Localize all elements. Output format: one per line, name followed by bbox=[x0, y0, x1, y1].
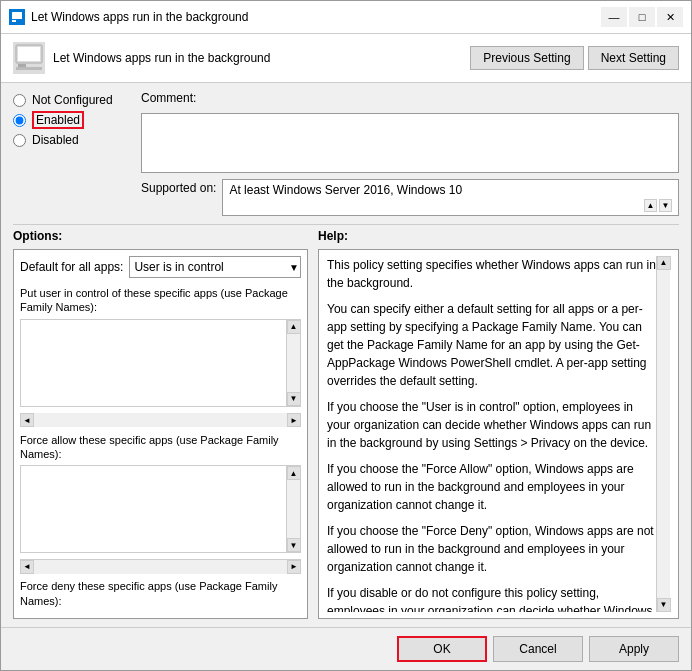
title-controls: — □ ✕ bbox=[601, 7, 683, 27]
scroll-up-arrow[interactable]: ▲ bbox=[287, 320, 301, 334]
maximize-button[interactable]: □ bbox=[629, 7, 655, 27]
force-allow-hscroll-left[interactable]: ◄ bbox=[20, 560, 34, 574]
apply-button[interactable]: Apply bbox=[589, 636, 679, 662]
header-section: Let Windows apps run in the background P… bbox=[1, 34, 691, 83]
close-button[interactable]: ✕ bbox=[657, 7, 683, 27]
radio-group: Not Configured Enabled Disabled bbox=[13, 91, 133, 216]
default-row: Default for all apps: User is in control… bbox=[20, 256, 301, 278]
title-text: Let Windows apps run in the background bbox=[31, 10, 248, 24]
next-setting-button[interactable]: Next Setting bbox=[588, 46, 679, 70]
enabled-label: Enabled bbox=[32, 111, 84, 129]
hscroll-row: ◄ ► bbox=[20, 413, 301, 427]
not-configured-option[interactable]: Not Configured bbox=[13, 93, 133, 107]
not-configured-radio[interactable] bbox=[13, 94, 26, 107]
options-content: Default for all apps: User is in control… bbox=[13, 249, 308, 619]
scroll-down[interactable]: ▼ bbox=[659, 199, 672, 212]
help-para-5: If you choose the "Force Deny" option, W… bbox=[327, 522, 656, 576]
force-allow-scroll-down[interactable]: ▼ bbox=[287, 538, 301, 552]
supported-text: At least Windows Server 2016, Windows 10 bbox=[229, 183, 462, 197]
force-allow-textarea[interactable] bbox=[21, 466, 286, 552]
disabled-option[interactable]: Disabled bbox=[13, 133, 133, 147]
put-user-textarea-wrapper: ▲ ▼ bbox=[20, 319, 301, 407]
force-allow-hscroll-right[interactable]: ► bbox=[287, 560, 301, 574]
help-para-2: You can specify either a default setting… bbox=[327, 300, 656, 390]
svg-rect-4 bbox=[18, 47, 40, 61]
help-text: This policy setting specifies whether Wi… bbox=[327, 256, 656, 612]
bottom-bar: OK Cancel Apply bbox=[1, 627, 691, 670]
header-left: Let Windows apps run in the background bbox=[13, 42, 470, 74]
disabled-label: Disabled bbox=[32, 133, 79, 147]
help-title: Help: bbox=[318, 229, 679, 243]
svg-rect-6 bbox=[16, 67, 42, 70]
scroll-down-arrow[interactable]: ▼ bbox=[287, 392, 301, 406]
disabled-radio[interactable] bbox=[13, 134, 26, 147]
put-user-scrollbar: ▲ ▼ bbox=[286, 320, 300, 406]
help-para-4: If you choose the "Force Allow" option, … bbox=[327, 460, 656, 514]
supported-row: Supported on: At least Windows Server 20… bbox=[141, 179, 679, 216]
force-deny-label: Force deny these specific apps (use Pack… bbox=[20, 579, 301, 608]
force-allow-hscroll-track bbox=[34, 560, 287, 574]
enabled-option[interactable]: Enabled bbox=[13, 111, 133, 129]
put-user-label: Put user in control of these specific ap… bbox=[20, 286, 301, 315]
default-select-wrapper: User is in control Force Allow Force Den… bbox=[129, 256, 301, 278]
svg-rect-5 bbox=[18, 64, 26, 67]
main-dialog: Let Windows apps run in the background —… bbox=[0, 0, 692, 671]
not-configured-label: Not Configured bbox=[32, 93, 113, 107]
upper-section: Not Configured Enabled Disabled Comment:… bbox=[1, 83, 691, 224]
options-title: Options: bbox=[13, 229, 308, 243]
svg-rect-1 bbox=[12, 12, 22, 19]
header-buttons: Previous Setting Next Setting bbox=[470, 46, 679, 70]
hscroll-left[interactable]: ◄ bbox=[20, 413, 34, 427]
force-allow-label: Force allow these specific apps (use Pac… bbox=[20, 433, 301, 462]
title-bar: Let Windows apps run in the background —… bbox=[1, 1, 691, 34]
svg-rect-2 bbox=[12, 20, 16, 22]
default-label: Default for all apps: bbox=[20, 260, 123, 274]
supported-value: At least Windows Server 2016, Windows 10… bbox=[222, 179, 679, 216]
header-icon bbox=[13, 42, 45, 74]
options-inner-scroll: Put user in control of these specific ap… bbox=[20, 286, 301, 612]
comment-textarea[interactable] bbox=[141, 113, 679, 173]
supported-label: Supported on: bbox=[141, 179, 216, 195]
title-bar-left: Let Windows apps run in the background bbox=[9, 9, 248, 25]
minimize-button[interactable]: — bbox=[601, 7, 627, 27]
scroll-up[interactable]: ▲ bbox=[644, 199, 657, 212]
put-user-textarea[interactable] bbox=[21, 320, 286, 406]
main-panel: Options: Default for all apps: User is i… bbox=[1, 225, 691, 627]
header-title: Let Windows apps run in the background bbox=[53, 51, 270, 65]
previous-setting-button[interactable]: Previous Setting bbox=[470, 46, 583, 70]
enabled-radio[interactable] bbox=[13, 114, 26, 127]
comment-label: Comment: bbox=[141, 91, 679, 105]
cancel-button[interactable]: Cancel bbox=[493, 636, 583, 662]
help-content: This policy setting specifies whether Wi… bbox=[318, 249, 679, 619]
hscroll-right[interactable]: ► bbox=[287, 413, 301, 427]
right-panel: Comment: Supported on: At least Windows … bbox=[141, 91, 679, 216]
help-scroll-up[interactable]: ▲ bbox=[657, 256, 671, 270]
help-panel: Help: This policy setting specifies whet… bbox=[318, 229, 679, 619]
force-allow-textarea-wrapper: ▲ ▼ bbox=[20, 465, 301, 553]
hscroll-track bbox=[34, 413, 287, 427]
help-para-1: This policy setting specifies whether Wi… bbox=[327, 256, 656, 292]
help-scrollbar: ▲ ▼ bbox=[656, 256, 670, 612]
ok-button[interactable]: OK bbox=[397, 636, 487, 662]
force-allow-scroll-up[interactable]: ▲ bbox=[287, 466, 301, 480]
help-scroll-down[interactable]: ▼ bbox=[657, 598, 671, 612]
options-panel: Options: Default for all apps: User is i… bbox=[13, 229, 308, 619]
help-para-3: If you choose the "User is in control" o… bbox=[327, 398, 656, 452]
dialog-icon bbox=[9, 9, 25, 25]
help-para-6: If you disable or do not configure this … bbox=[327, 584, 656, 612]
force-allow-hscroll-row: ◄ ► bbox=[20, 559, 301, 573]
force-allow-scrollbar: ▲ ▼ bbox=[286, 466, 300, 552]
default-select[interactable]: User is in control Force Allow Force Den… bbox=[129, 256, 301, 278]
